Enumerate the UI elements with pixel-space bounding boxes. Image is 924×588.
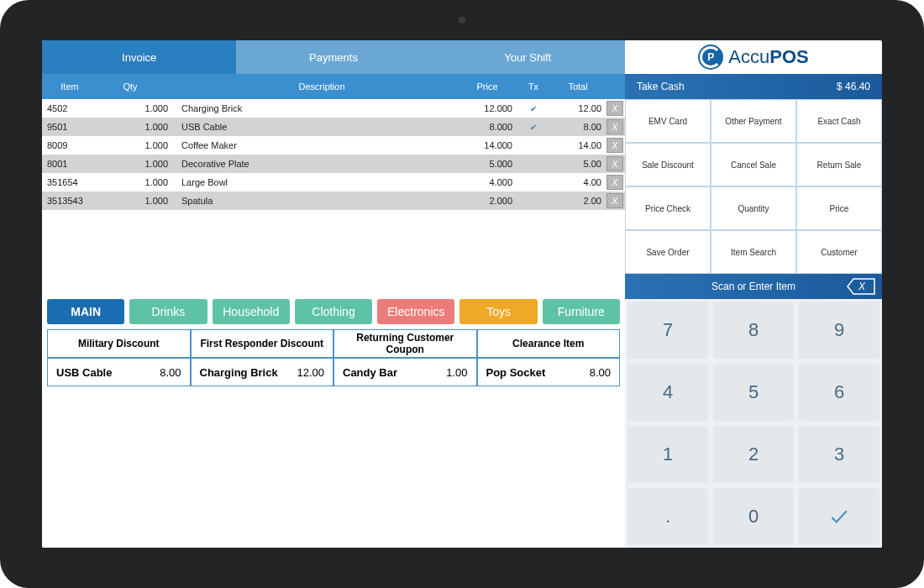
screen: Invoice Payments Your Shift Item Qty Des… [42, 40, 882, 548]
action-other-payment[interactable]: Other Payment [711, 99, 796, 143]
action-sale-discount[interactable]: Sale Discount [625, 143, 711, 186]
quick-item[interactable]: Charging Brick12.00 [191, 358, 334, 386]
cat-main[interactable]: MAIN [47, 299, 124, 324]
delete-row-button[interactable]: X [606, 193, 623, 208]
quick-item[interactable]: USB Cable8.00 [47, 358, 191, 386]
key-enter[interactable] [799, 488, 879, 545]
th-total: Total [554, 81, 605, 92]
key-dot[interactable]: . [627, 488, 708, 545]
delete-row-button[interactable]: X [606, 138, 623, 153]
key-3[interactable]: 3 [799, 426, 879, 483]
action-price-check[interactable]: Price Check [625, 186, 711, 230]
logo-icon: P [698, 45, 723, 70]
key-4[interactable]: 4 [627, 364, 708, 421]
scan-label: Scan or Enter Item [711, 281, 795, 292]
key-6[interactable]: 6 [799, 364, 879, 421]
cat-toys[interactable]: Toys [459, 299, 537, 324]
take-cash-button[interactable]: Take Cash $ 46.40 [625, 74, 882, 99]
th-desc: Description [176, 81, 462, 92]
tablet-frame: Invoice Payments Your Shift Item Qty Des… [0, 0, 924, 588]
table-row[interactable]: 35135431.000Spatula2.0002.00X [42, 192, 625, 210]
cat-electronics[interactable]: Electronics [377, 299, 454, 324]
action-exact-cash[interactable]: Exact Cash [796, 99, 882, 143]
quick-item-row: USB Cable8.00Charging Brick12.00Candy Ba… [42, 358, 625, 386]
action-customer[interactable]: Customer [796, 230, 882, 274]
discount-row: Military Discount First Responder Discou… [42, 329, 625, 358]
action-return-sale[interactable]: Return Sale [796, 143, 882, 186]
key-2[interactable]: 2 [713, 426, 794, 483]
th-price: Price [462, 81, 512, 92]
logo-bar: P AccuPOS [625, 40, 882, 74]
cat-clothing[interactable]: Clothing [295, 299, 372, 324]
camera-dot [459, 17, 465, 24]
action-cancel-sale[interactable]: Cancel Sale [711, 143, 796, 186]
key-0[interactable]: 0 [713, 488, 794, 545]
table-row[interactable]: 80011.000Decorative Plate5.0005.00X [42, 155, 625, 173]
tab-shift[interactable]: Your Shift [431, 40, 625, 74]
bottom-fill [42, 386, 625, 548]
quick-item[interactable]: Pop Socket8.00 [477, 358, 621, 386]
right-pane: P AccuPOS Take Cash $ 46.40 EMV CardOthe… [625, 40, 882, 548]
table-body: 45021.000Charging Brick12.000✔12.00X9501… [42, 99, 625, 294]
action-save-order[interactable]: Save Order [625, 230, 711, 274]
key-8[interactable]: 8 [713, 302, 794, 359]
delete-row-button[interactable]: X [606, 119, 623, 134]
th-tx: Tx [512, 81, 554, 92]
th-qty: Qty [92, 81, 176, 92]
quick-item[interactable]: Candy Bar1.00 [333, 358, 477, 386]
tab-payments[interactable]: Payments [236, 40, 430, 74]
logo-text: AccuPOS [728, 46, 808, 68]
action-item-search[interactable]: Item Search [711, 230, 796, 274]
take-cash-amount: $ 46.40 [837, 81, 870, 92]
discount-first-responder[interactable]: First Responder Discount [191, 329, 334, 358]
key-7[interactable]: 7 [627, 302, 708, 359]
discount-clearance[interactable]: Clearance Item [477, 329, 621, 358]
cat-drinks[interactable]: Drinks [129, 299, 207, 324]
tab-invoice[interactable]: Invoice [42, 40, 236, 74]
table-header: Item Qty Description Price Tx Total [42, 74, 625, 99]
key-9[interactable]: 9 [799, 302, 879, 359]
scan-bar[interactable]: Scan or Enter Item X [625, 274, 882, 299]
top-tabs: Invoice Payments Your Shift [42, 40, 625, 74]
delete-row-button[interactable]: X [606, 175, 623, 190]
backspace-icon[interactable]: X [847, 278, 875, 295]
cat-household[interactable]: Household [213, 299, 290, 324]
cat-furniture[interactable]: Furniture [543, 299, 620, 324]
table-row[interactable]: 45021.000Charging Brick12.000✔12.00X [42, 99, 625, 118]
th-item: Item [42, 81, 92, 92]
delete-row-button[interactable]: X [606, 156, 623, 171]
table-row[interactable]: 95011.000USB Cable8.000✔8.00X [42, 118, 625, 136]
discount-returning[interactable]: Returning Customer Coupon [333, 329, 477, 358]
table-row[interactable]: 80091.000Coffee Maker14.00014.00X [42, 136, 625, 155]
discount-military[interactable]: Military Discount [47, 329, 191, 358]
table-row[interactable]: 3516541.000Large Bowl4.0004.00X [42, 173, 625, 192]
keypad: 789456123.0 [625, 299, 882, 548]
key-5[interactable]: 5 [713, 364, 794, 421]
take-cash-label: Take Cash [637, 81, 685, 92]
category-row: MAIN Drinks Household Clothing Electroni… [42, 294, 625, 329]
action-grid: EMV CardOther PaymentExact CashSale Disc… [625, 99, 882, 274]
action-price[interactable]: Price [796, 186, 882, 230]
key-1[interactable]: 1 [627, 426, 708, 483]
action-quantity[interactable]: Quantity [711, 186, 796, 230]
delete-row-button[interactable]: X [606, 101, 623, 116]
action-emv-card[interactable]: EMV Card [625, 99, 711, 143]
left-pane: Invoice Payments Your Shift Item Qty Des… [42, 40, 625, 548]
